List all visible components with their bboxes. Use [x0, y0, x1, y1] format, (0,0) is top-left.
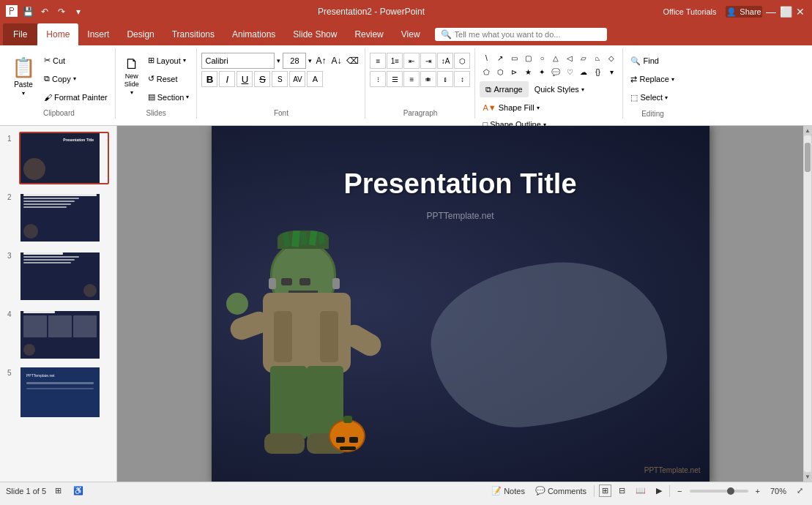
shape-hex[interactable]: ⬡	[493, 65, 507, 78]
column-button[interactable]: ⫾	[437, 71, 453, 87]
menu-item-home[interactable]: Home	[37, 23, 78, 45]
shape-line[interactable]: \	[480, 51, 493, 64]
slide-1-thumbnail[interactable]: Presentation Title	[19, 132, 109, 184]
shape-chevron[interactable]: ⊳	[507, 65, 521, 78]
comments-button[interactable]: 💬 Comments	[532, 486, 589, 495]
more-shapes-btn[interactable]: ▾	[605, 65, 618, 78]
scroll-up-button[interactable]: ▲	[805, 127, 811, 134]
save-button[interactable]: 💾	[21, 4, 35, 19]
shape-round-rect[interactable]: ▢	[521, 51, 534, 64]
select-button[interactable]: ⬚Select▾	[627, 89, 677, 105]
layout-button[interactable]: ⊞Layout▾	[145, 53, 193, 69]
increase-indent-button[interactable]: ⇥	[420, 53, 436, 69]
shape-rect[interactable]: ▭	[507, 51, 521, 64]
menu-item-animations[interactable]: Animations	[223, 23, 284, 45]
scrollbar-track[interactable]	[804, 135, 811, 472]
bold-button[interactable]: B	[201, 71, 217, 87]
menu-item-view[interactable]: View	[392, 23, 429, 45]
convert-to-smartart-button[interactable]: ⬡	[454, 53, 470, 69]
increase-font-button[interactable]: A↑	[314, 56, 327, 66]
new-slide-button[interactable]: 🗋 NewSlide ▾	[120, 50, 144, 102]
scroll-down-button[interactable]: ▼	[805, 474, 811, 480]
fit-slide-button[interactable]: ⤢	[794, 486, 806, 495]
decrease-indent-button[interactable]: ⇤	[403, 53, 420, 69]
zoom-slider-thumb[interactable]	[727, 487, 734, 495]
shape-trap[interactable]: ⏢	[591, 51, 604, 64]
shape-pent[interactable]: ⬠	[480, 65, 493, 78]
share-button[interactable]: 👤Share	[726, 6, 762, 18]
slide-3-thumbnail[interactable]	[19, 249, 109, 302]
normal-view-button[interactable]: ⊞	[599, 485, 611, 497]
zoom-slider[interactable]	[690, 490, 748, 493]
presentation-view-button[interactable]: ▶	[653, 486, 665, 495]
slide-2-thumbnail[interactable]	[19, 190, 109, 243]
shape-star5[interactable]: ★	[521, 65, 534, 78]
font-name-input[interactable]	[201, 53, 275, 69]
shape-callout[interactable]: 💬	[549, 65, 562, 78]
shape-triangle[interactable]: △	[549, 51, 562, 64]
paste-button[interactable]: 📋 Paste ▾	[7, 50, 40, 102]
font-size-dropdown-icon[interactable]: ▾	[308, 57, 312, 64]
section-button[interactable]: ▤Section▾	[145, 89, 193, 105]
shape-fill-button[interactable]: A▼Shape Fill▾	[480, 100, 618, 116]
office-tutorials-button[interactable]: Office Tutorials	[657, 6, 723, 18]
close-button[interactable]: ✕	[794, 6, 806, 18]
align-center-button[interactable]: ☰	[387, 71, 403, 87]
text-direction-button[interactable]: ↕A	[437, 53, 453, 69]
shape-rt-triangle[interactable]: ◁	[563, 51, 576, 64]
slide-thumb-2[interactable]: 2	[7, 190, 109, 243]
replace-button[interactable]: ⇄Replace▾	[627, 71, 677, 87]
shape-arrow[interactable]: ↗	[493, 51, 507, 64]
reset-button[interactable]: ↺Reset	[145, 71, 193, 87]
zoom-in-button[interactable]: +	[753, 487, 763, 495]
shape-cloud[interactable]: ☁	[577, 65, 590, 78]
menu-item-design[interactable]: Design	[118, 23, 163, 45]
copy-button[interactable]: ⧉Copy▾	[41, 71, 111, 87]
font-size-input[interactable]	[283, 53, 306, 69]
shape-para[interactable]: ▱	[577, 51, 590, 64]
line-spacing-button[interactable]: ↕	[454, 71, 470, 87]
find-button[interactable]: 🔍Find	[627, 53, 677, 69]
search-input[interactable]	[455, 30, 601, 39]
shape-circle[interactable]: ○	[535, 51, 548, 64]
underline-button[interactable]: U	[236, 71, 253, 87]
slide-5-thumbnail[interactable]: PPTTemplate.net	[19, 366, 109, 419]
numbering-button[interactable]: 1≡	[387, 53, 403, 69]
slide-panel-toggle[interactable]: ⊞	[52, 486, 64, 495]
clear-format-button[interactable]: ⌫	[345, 56, 360, 66]
slide-thumb-3[interactable]: 3	[7, 249, 109, 302]
align-left-button[interactable]: ⫶	[370, 71, 386, 87]
menu-item-slideshow[interactable]: Slide Show	[284, 23, 346, 45]
cut-button[interactable]: ✂Cut	[41, 53, 111, 69]
format-painter-button[interactable]: 🖌Format Painter	[41, 89, 111, 105]
text-shadow-button[interactable]: S	[272, 71, 288, 87]
menu-item-insert[interactable]: Insert	[78, 23, 118, 45]
strikethrough-button[interactable]: S	[254, 71, 270, 87]
slide-sorter-button[interactable]: ⊟	[616, 486, 628, 495]
bullets-button[interactable]: ≡	[370, 53, 386, 69]
slide-thumb-5[interactable]: 5 PPTTemplate.net	[7, 366, 109, 419]
scrollbar-thumb[interactable]	[805, 143, 811, 172]
menu-item-transitions[interactable]: Transitions	[163, 23, 223, 45]
shape-brace[interactable]: {}	[591, 65, 604, 78]
zoom-level[interactable]: 70%	[767, 487, 789, 495]
shape-star4[interactable]: ✦	[535, 65, 548, 78]
notes-button[interactable]: 📝 Notes	[488, 486, 528, 495]
decrease-font-button[interactable]: A↓	[329, 56, 343, 66]
menu-item-file[interactable]: File	[3, 23, 37, 45]
italic-button[interactable]: I	[219, 71, 235, 87]
zoom-out-button[interactable]: −	[674, 487, 685, 495]
slide-thumb-4[interactable]: 4	[7, 307, 109, 360]
customize-qa-button[interactable]: ▾	[71, 4, 86, 19]
reading-view-button[interactable]: 📖	[633, 486, 649, 495]
restore-button[interactable]: ⬜	[780, 6, 791, 18]
justify-button[interactable]: ⩩	[420, 71, 436, 87]
font-color-button[interactable]: A	[307, 71, 323, 87]
font-spacing-button[interactable]: AV	[289, 71, 305, 87]
font-name-dropdown-icon[interactable]: ▾	[277, 57, 280, 64]
redo-button[interactable]: ↷	[54, 4, 69, 19]
arrange-button[interactable]: ⧉Arrange	[480, 81, 528, 97]
align-right-button[interactable]: ≡	[403, 71, 420, 87]
slide-4-thumbnail[interactable]	[19, 307, 109, 360]
shape-heart[interactable]: ♡	[563, 65, 576, 78]
